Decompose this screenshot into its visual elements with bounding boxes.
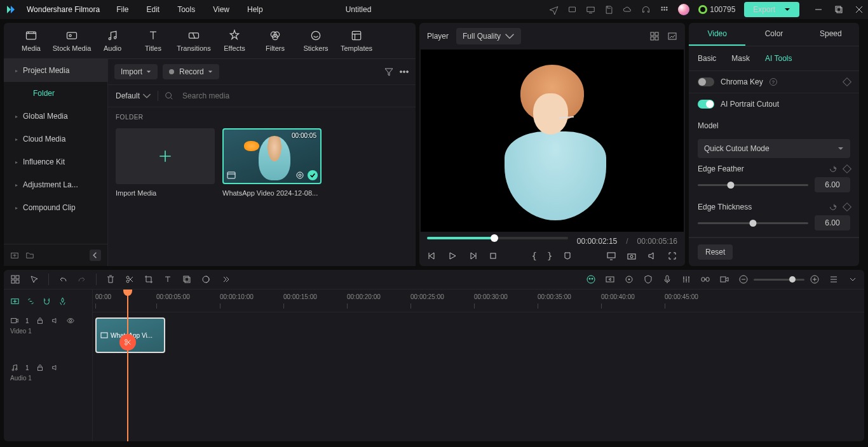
sidebar-influence-kit[interactable]: Influence Kit [4,150,107,173]
tab-video[interactable]: Video [689,23,745,46]
tab-audio[interactable]: Audio [93,29,132,52]
export-button[interactable]: Export [744,2,799,17]
menu-file[interactable]: File [116,5,128,14]
new-bin-icon[interactable] [10,251,19,260]
coin-balance[interactable]: 100795 [698,5,735,14]
preview-viewport[interactable] [421,50,684,232]
apps-icon[interactable] [660,5,669,15]
keyframe-icon[interactable] [624,274,634,284]
import-media-tile[interactable]: Import Media [116,128,215,197]
snapshot-icon[interactable] [627,251,637,261]
cloud-icon[interactable] [623,5,632,15]
menu-tools[interactable]: Tools [177,5,195,14]
view-options-icon[interactable] [829,274,839,284]
collapse-sidebar-icon[interactable] [90,250,101,261]
zoom-slider[interactable] [754,279,804,281]
reset-button[interactable]: Reset [698,244,733,260]
sidebar-global-media[interactable]: Global Media [4,105,107,128]
marker-dropdown-icon[interactable] [562,251,573,261]
quality-dropdown[interactable]: Full Quality [456,28,521,44]
layout-icon[interactable] [10,274,20,284]
grid-view-icon[interactable] [649,31,660,41]
tab-media[interactable]: Media [11,29,51,52]
maximize-icon[interactable] [835,6,843,13]
display-icon[interactable] [606,251,616,261]
feather-slider[interactable] [698,184,808,186]
tab-effects[interactable]: Effects [215,29,254,52]
sidebar-adjustment-layer[interactable]: Adjustment La... [4,173,107,196]
auto-ripple-icon[interactable] [58,297,67,306]
portrait-toggle[interactable] [698,100,714,109]
fullscreen-icon[interactable] [667,251,677,261]
model-select[interactable]: Quick Cutout Mode [698,139,850,158]
sort-dropdown[interactable]: Default [116,91,151,100]
keyframe-diamond-icon[interactable] [843,77,851,86]
keyframe-diamond-icon[interactable] [843,164,851,173]
tab-templates[interactable]: Templates [337,29,376,52]
timeline-settings-icon[interactable] [848,274,858,284]
reset-icon[interactable] [829,203,837,211]
lock-icon[interactable] [36,316,44,325]
sidebar-cloud-media[interactable]: Cloud Media [4,128,107,150]
lock-icon[interactable] [36,363,44,372]
tab-stickers[interactable]: Stickers [296,29,336,52]
subtab-ai-tools[interactable]: AI Tools [765,51,792,65]
color-icon[interactable] [201,274,211,284]
mark-in-icon[interactable]: { [532,251,537,261]
more-icon[interactable] [399,67,409,77]
subtab-mask[interactable]: Mask [731,51,750,65]
avatar[interactable] [678,4,689,15]
menu-help[interactable]: Help [247,5,263,14]
time-ruler[interactable]: 00:00 00:00:05:00 00:00:10:00 00:00:15:0… [93,290,864,312]
tab-filters[interactable]: Filters [255,29,295,52]
video-track[interactable]: WhatsApp Vi... [93,312,864,359]
subtab-basic[interactable]: Basic [698,51,716,65]
next-frame-icon[interactable] [468,251,478,261]
audio-track[interactable] [93,359,864,406]
tab-transitions[interactable]: Transitions [174,29,214,52]
speed-icon[interactable] [605,274,615,284]
sidebar-folder[interactable]: Folder [4,82,107,105]
record-dropdown[interactable]: Record [163,64,219,79]
headphones-icon[interactable] [641,5,651,15]
tab-color[interactable]: Color [745,23,802,46]
magnet-icon[interactable] [42,297,51,306]
menu-edit[interactable]: Edit [147,5,160,14]
link-icon[interactable] [700,274,710,284]
add-track-icon[interactable] [10,297,20,306]
chroma-toggle[interactable] [698,77,714,86]
zoom-in-icon[interactable] [810,274,820,284]
reset-icon[interactable] [829,164,837,173]
crop-icon[interactable] [144,274,154,284]
prev-frame-icon[interactable] [427,251,437,261]
sidebar-compound-clip[interactable]: Compound Clip [4,196,107,219]
mic-icon[interactable] [662,274,672,284]
device-icon[interactable] [567,5,577,15]
redo-icon[interactable] [77,274,87,284]
record-tool-icon[interactable] [719,274,729,284]
thickness-slider[interactable] [698,222,808,224]
filter-icon[interactable] [384,67,394,77]
mixer-icon[interactable] [681,274,691,284]
tab-stock[interactable]: Stock Media [52,29,92,52]
send-icon[interactable] [549,5,559,15]
new-folder-icon[interactable] [25,251,34,260]
mute-icon[interactable] [51,363,60,372]
text-icon[interactable] [163,274,173,284]
search-input[interactable] [180,89,408,103]
sidebar-project-media[interactable]: Project Media [4,59,107,82]
menu-view[interactable]: View [213,5,229,14]
save-icon[interactable] [604,5,614,15]
playhead-split-button[interactable] [119,334,136,350]
copy-icon[interactable] [182,274,192,284]
volume-icon[interactable] [647,251,657,261]
link-tracks-icon[interactable] [26,297,36,306]
timeline-tracks[interactable]: 00:00 00:00:05:00 00:00:10:00 00:00:15:0… [93,290,864,441]
tab-speed[interactable]: Speed [803,23,859,46]
visibility-icon[interactable] [66,316,75,325]
mute-icon[interactable] [51,316,60,325]
tab-titles[interactable]: Titles [133,29,173,52]
image-icon[interactable] [667,31,677,41]
thickness-value[interactable]: 6.00 [815,215,850,230]
select-icon[interactable] [29,274,39,284]
